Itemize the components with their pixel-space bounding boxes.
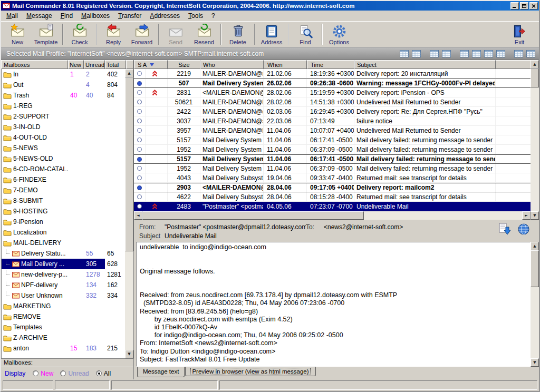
scrollbar-thumb[interactable] [142, 211, 364, 220]
message-row[interactable]: 2903<MAILER-DAEMON@m28.04.0609:17:05 +04… [134, 183, 531, 192]
scrollbar-thumb[interactable] [531, 68, 539, 87]
message-row[interactable]: 2483"Postmaster" <postmas04.05.0607:23:0… [134, 202, 531, 211]
sidebar-item-in[interactable]: In12402 [2, 69, 125, 80]
menu-mailboxes[interactable]: Mailboxes [77, 11, 114, 21]
column-header-unread[interactable]: Unread [84, 60, 105, 69]
delete-button[interactable]: Delete [224, 22, 252, 46]
scroll-up-icon[interactable]: ▲ [531, 242, 539, 250]
sidebar-item-6-cd-rom-catal[interactable]: 6-CD-ROM-CATAL... [2, 164, 125, 174]
template-button[interactable]: Template [32, 22, 60, 46]
column-header-who[interactable]: Who [200, 60, 264, 69]
column-header-size[interactable]: Size [168, 60, 200, 69]
sidebar-item-7-demo[interactable]: 7-DEMO [2, 185, 125, 195]
message-row[interactable]: 2219MAILER-DAEMON@mo21.02.0618:19:36 +03… [134, 69, 531, 79]
tab-preview-in-browser-view-as-html-me[interactable]: Preview in browser (view as html message… [185, 367, 315, 376]
sidebar-item-4-out-old[interactable]: 4-OUT-OLD [2, 132, 125, 143]
sidebar-item-9-ipension[interactable]: 9-iPension [2, 217, 125, 227]
sidebar-item-mail-delivery[interactable]: MAIL-DELIVERY [2, 238, 125, 248]
sidebar-item-delivery-statu[interactable]: Delivery Statu...5565 [2, 248, 125, 259]
find-button[interactable]: Find [291, 22, 320, 46]
menu-mail[interactable]: Mail [2, 11, 22, 21]
close-button[interactable] [529, 2, 538, 9]
sidebar-item-localization[interactable]: Localization [2, 227, 125, 238]
sidebar-item-mail-delivery[interactable]: Mail Delivery ...305628 [2, 259, 125, 269]
column-header-when[interactable]: When [264, 60, 307, 69]
resend-button[interactable]: Resend [190, 22, 218, 46]
split-view-icon[interactable] [513, 49, 524, 58]
sidebar-item-new-delivery-p[interactable]: new-delivery-p...12781281 [2, 269, 125, 280]
scrollbar-track[interactable] [125, 77, 133, 350]
message-row[interactable]: 3957MAILER-DAEMON@bee11.04.0610:07:07 +0… [134, 126, 531, 135]
list-layout-icon[interactable] [411, 49, 421, 58]
scroll-right-icon[interactable]: ► [522, 211, 531, 220]
check-button[interactable]: Check [65, 22, 94, 46]
send-button[interactable]: Send [161, 22, 190, 46]
new-button[interactable]: New [3, 22, 32, 46]
message-row[interactable]: 4622Mail Delivery Subsyste28.04.0608:15:… [134, 192, 531, 202]
options-button[interactable]: Options [325, 22, 353, 46]
message-row[interactable]: 4043Mail Delivery Subsyste19.04.0609:33:… [134, 173, 531, 183]
scrollbar-track[interactable] [142, 211, 522, 220]
message-list-hscrollbar[interactable]: ◄ ► [134, 211, 531, 220]
message-row[interactable]: 2831<MAILER-DAEMON@ah28.02.0615:19:59 +0… [134, 88, 531, 97]
minimize-button[interactable] [510, 2, 519, 9]
message-row[interactable]: 1952Mail Delivery System <M11.04.0606:37… [134, 164, 531, 173]
sidebar-item-templates[interactable]: Templates [2, 322, 125, 332]
column-layout-icon[interactable] [399, 49, 409, 58]
sidebar-item-1-reg[interactable]: 1-REG [2, 101, 125, 111]
message-row[interactable]: 5157Mail Delivery System <M11.04.0606:17… [134, 154, 531, 164]
scroll-down-icon[interactable]: ▼ [531, 358, 539, 367]
filter-columns-icon[interactable] [441, 49, 451, 58]
grid-wide-icon[interactable] [495, 49, 506, 58]
menu-message[interactable]: Message [22, 11, 56, 21]
filter-new[interactable]: New [33, 370, 53, 377]
address-button[interactable]: Address [257, 22, 286, 46]
sidebar-item-5-news-old[interactable]: 5-NEWS-OLD [2, 153, 125, 164]
radio-all[interactable] [96, 370, 102, 376]
sidebar-item-z-archive[interactable]: Z-ARCHIVE [2, 332, 125, 343]
message-row[interactable]: 3037MAILER-DAEMON@sm22.03.0607:13:49fail… [134, 116, 531, 126]
message-row[interactable]: 5157Mail Delivery System <M11.04.0606:17… [134, 135, 531, 145]
forward-button[interactable]: Forward [128, 22, 156, 46]
grid-small-icon[interactable] [459, 49, 469, 58]
message-row[interactable]: 2422MAILER-DAEMON@do02.03.0616:29:45 +03… [134, 107, 531, 116]
scroll-up-icon[interactable]: ▲ [531, 60, 539, 68]
scroll-down-icon[interactable]: ▼ [531, 211, 539, 220]
sidebar-item-2-support[interactable]: 2-SUPPORT [2, 111, 125, 122]
scroll-left-icon[interactable]: ◄ [134, 211, 142, 220]
scroll-down-icon[interactable]: ▼ [125, 350, 133, 358]
grid-list-icon[interactable] [483, 49, 494, 58]
message-row[interactable]: 1952Mail Delivery System <M11.04.0606:37… [134, 145, 531, 154]
grid-detail-icon[interactable] [471, 49, 481, 58]
sidebar-item-3-in-old[interactable]: 3-IN-OLD [2, 122, 125, 132]
reply-button[interactable]: Reply [99, 22, 128, 46]
message-row[interactable]: 50621MAILER-DAEMON@bir28.02.0614:51:38 +… [134, 97, 531, 107]
sidebar-item-9-hosting[interactable]: 9-HOSTING [2, 206, 125, 217]
maximize-button[interactable] [520, 2, 528, 9]
tab-message-text[interactable]: Message text [137, 367, 185, 377]
scrollbar-track[interactable] [531, 68, 539, 211]
menu-transfer[interactable]: Transfer [114, 11, 146, 21]
sidebar-item-out[interactable]: Out4804 [2, 80, 125, 90]
column-header-time[interactable]: Time [307, 60, 354, 69]
mailboxes-scrollbar[interactable]: ▲ ▼ [125, 69, 133, 358]
message-body-scrollbar[interactable]: ▲ ▼ [531, 242, 539, 367]
sidebar-item-marketing[interactable]: MARKETING [2, 301, 125, 311]
scrollbar-thumb[interactable] [125, 77, 133, 251]
filter-all[interactable]: All [96, 370, 111, 377]
column-header-status[interactable]: S A [134, 60, 168, 69]
menu-find[interactable]: Find [56, 11, 77, 21]
sidebar-item-user-unknown[interactable]: User Unknown332334 [2, 290, 125, 301]
sidebar-item-remove[interactable]: REMOVE [2, 311, 125, 322]
sidebar-item-5-news[interactable]: 5-NEWS [2, 143, 125, 153]
filter-unread[interactable]: Unread [60, 370, 89, 377]
sidebar-item-trash[interactable]: Trash404084 [2, 90, 125, 101]
scroll-up-icon[interactable]: ▲ [125, 69, 133, 77]
sidebar-item-6-findexe[interactable]: 6-FINDEXE [2, 174, 125, 185]
message-list-scrollbar[interactable]: ▲ ▼ [531, 60, 539, 220]
sidebar-item-anton[interactable]: anton15183215 [2, 343, 125, 354]
sidebar-item-npf-delivery[interactable]: NPF-delivery134162 [2, 280, 125, 290]
sort-columns-icon[interactable] [429, 49, 439, 58]
preview-pane-icon[interactable] [525, 49, 536, 58]
menu-addresses[interactable]: Addresses [146, 11, 184, 21]
